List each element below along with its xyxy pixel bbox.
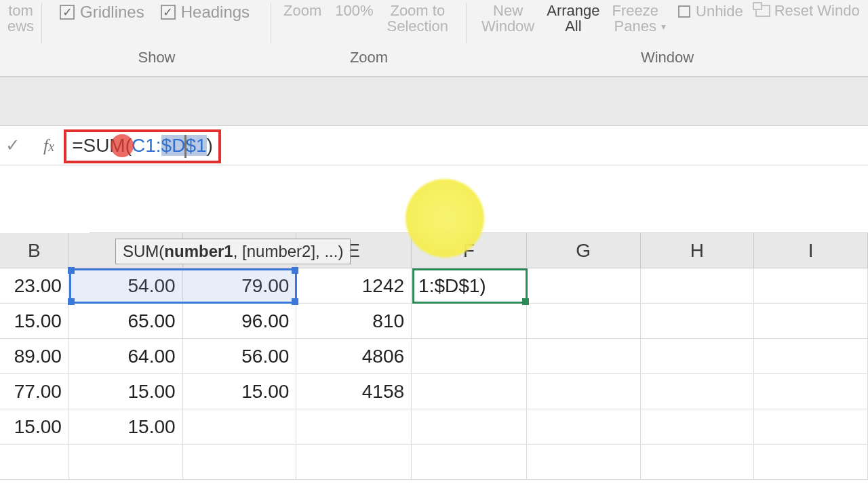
cell[interactable]: 15.00: [0, 409, 69, 445]
column-header-h[interactable]: H: [641, 233, 755, 268]
cell[interactable]: [641, 445, 755, 480]
formula-prefix: =SUM(: [72, 135, 132, 156]
gridlines-label: Gridlines: [80, 3, 144, 22]
unhide-checkbox[interactable]: Unhide: [678, 3, 743, 20]
cell[interactable]: [754, 409, 868, 445]
cell[interactable]: 64.00: [69, 339, 183, 374]
cell[interactable]: 77.00: [0, 374, 69, 409]
window-icon: [755, 5, 770, 17]
checkbox-icon: [60, 5, 75, 20]
formula-colon: :: [156, 135, 161, 156]
cell[interactable]: [412, 409, 527, 445]
unhide-label: Unhide: [696, 3, 743, 20]
ribbon-group-window: Window: [467, 49, 868, 66]
cell[interactable]: 15.00: [0, 304, 69, 339]
column-header-i[interactable]: I: [754, 233, 868, 268]
cell[interactable]: 810: [296, 304, 412, 339]
zoom-100-button[interactable]: 100%: [335, 3, 373, 18]
cell[interactable]: [527, 304, 641, 339]
column-header-b[interactable]: B: [0, 233, 69, 268]
chevron-down-icon: ▾: [661, 22, 666, 35]
formula-selection: $D$1: [161, 135, 207, 156]
new-window-button[interactable]: NewWindow: [481, 3, 534, 34]
gridlines-checkbox[interactable]: Gridlines: [60, 3, 144, 22]
cell[interactable]: [527, 268, 641, 304]
formula-suffix: ): [207, 135, 213, 156]
ribbon-gap: [0, 77, 868, 126]
reset-window-button[interactable]: Reset Windo: [755, 3, 860, 18]
cell[interactable]: [754, 268, 868, 304]
cell[interactable]: 65.00: [69, 304, 183, 339]
cell[interactable]: [183, 445, 297, 480]
cell[interactable]: 79.00: [183, 268, 297, 304]
cell[interactable]: [412, 445, 527, 480]
column-header-f[interactable]: F: [412, 233, 527, 268]
cell[interactable]: [527, 409, 641, 445]
cell[interactable]: [412, 304, 527, 339]
grid-row: 15.0015.00: [0, 409, 868, 445]
cell[interactable]: 54.00: [69, 268, 183, 304]
cell[interactable]: [296, 445, 412, 480]
cell[interactable]: [641, 374, 755, 409]
arrange-all-button[interactable]: ArrangeAll: [547, 3, 599, 34]
cell[interactable]: 1242: [296, 268, 412, 304]
cell[interactable]: 1:$D$1): [412, 268, 527, 304]
cell[interactable]: [69, 445, 183, 480]
column-header-g[interactable]: G: [527, 233, 641, 268]
zoom-button[interactable]: Zoom: [283, 3, 321, 18]
cell[interactable]: 15.00: [183, 374, 297, 409]
formula-input[interactable]: =SUM(C1:$D$1): [69, 134, 216, 158]
grid-row: [0, 445, 868, 480]
cell[interactable]: 4158: [296, 374, 412, 409]
cell[interactable]: 96.00: [183, 304, 297, 339]
cell[interactable]: [412, 339, 527, 374]
cell[interactable]: 89.00: [0, 339, 69, 374]
cell[interactable]: [527, 374, 641, 409]
cell[interactable]: [754, 445, 868, 480]
cell[interactable]: [527, 445, 641, 480]
headings-checkbox[interactable]: Headings: [161, 3, 250, 22]
formula-bar: ✓ fx =SUM(C1:$D$1): [0, 126, 868, 165]
fx-icon[interactable]: fx: [43, 136, 54, 156]
grid-row: 77.0015.0015.004158: [0, 374, 868, 409]
tooltip-fn-name: SUM: [123, 242, 159, 260]
freeze-panes-button[interactable]: FreezePanes ▾: [612, 3, 666, 34]
cell[interactable]: [0, 445, 69, 480]
ribbon-group-show: Show: [42, 49, 271, 66]
enter-icon[interactable]: ✓: [5, 135, 20, 156]
ribbon-group-zoom: Zoom: [271, 49, 467, 66]
grid-rows: 23.0054.0079.0012421:$D$1)15.0065.0096.0…: [0, 268, 868, 480]
cell[interactable]: 4806: [296, 339, 412, 374]
spreadsheet-grid: BCDEFGHI 23.0054.0079.0012421:$D$1)15.00…: [0, 233, 868, 480]
cell[interactable]: 15.00: [69, 409, 183, 445]
cell[interactable]: [641, 268, 755, 304]
cell[interactable]: [754, 374, 868, 409]
reset-window-label: Reset Windo: [774, 3, 860, 18]
checkbox-icon: [161, 5, 176, 20]
formula-bar-expansion: [90, 165, 868, 233]
headings-label: Headings: [181, 3, 250, 22]
cell[interactable]: 56.00: [183, 339, 297, 374]
cell[interactable]: [641, 339, 755, 374]
cell[interactable]: [412, 374, 527, 409]
cell[interactable]: [641, 409, 755, 445]
grid-row: 89.0064.0056.004806: [0, 339, 868, 374]
cell[interactable]: [754, 339, 868, 374]
formula-ref1: C1: [132, 135, 156, 156]
cell[interactable]: [183, 409, 297, 445]
freeze-panes-label: FreezePanes: [612, 3, 658, 34]
function-tooltip: SUM(number1, [number2], ...): [115, 239, 351, 264]
cell[interactable]: [641, 304, 755, 339]
ribbon: tomews Gridlines Headings Zoom 100% Zoom…: [0, 0, 868, 77]
checkbox-icon: [678, 5, 690, 18]
cell[interactable]: 23.00: [0, 268, 69, 304]
cell[interactable]: 15.00: [69, 374, 183, 409]
grid-row: 15.0065.0096.00810: [0, 304, 868, 339]
custom-views-button[interactable]: tomews: [5, 3, 36, 34]
grid-row: 23.0054.0079.0012421:$D$1): [0, 268, 868, 304]
tooltip-bold-arg: number1: [164, 242, 233, 260]
cell[interactable]: [527, 339, 641, 374]
cell[interactable]: [754, 304, 868, 339]
cell[interactable]: [296, 409, 412, 445]
zoom-selection-button[interactable]: Zoom toSelection: [387, 3, 449, 34]
